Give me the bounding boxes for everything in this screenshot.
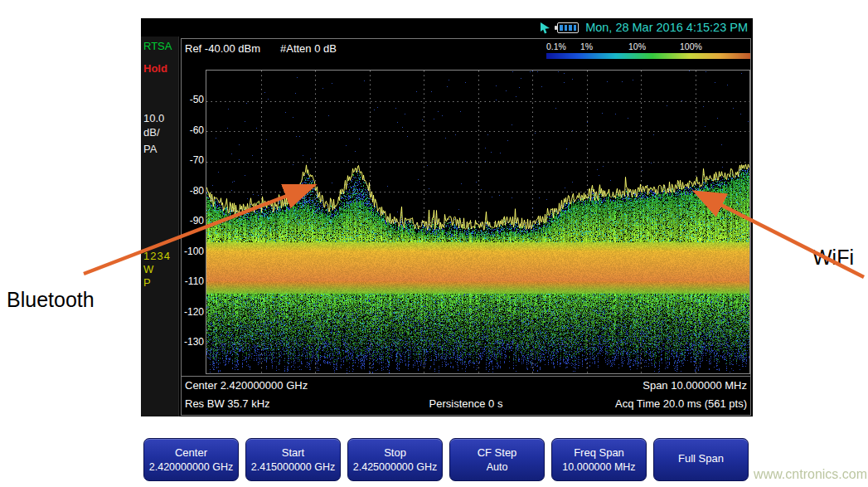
- page-root: Mon, 28 Mar 2016 4:15:23 PM RTSA Hold 10…: [0, 0, 868, 487]
- acq-time-annotation: Acq Time 20.0 ms (561 pts): [615, 397, 747, 410]
- battery-bar: [565, 25, 568, 31]
- watermark-text: www.cntronics.com: [715, 467, 867, 482]
- softkey-label: Full Span: [678, 453, 724, 465]
- amplitude-axis: -50 -60 -70 -80 -90 -100 -110 -120 -130: [182, 70, 204, 373]
- softkey-label: Start: [282, 447, 304, 459]
- mode-indicator: RTSA: [143, 40, 172, 52]
- status-bar: Mon, 28 Mar 2016 4:15:23 PM: [141, 18, 753, 37]
- datetime-text: Mon, 28 Mar 2016 4:15:23 PM: [585, 21, 748, 34]
- y-axis-label: -130: [182, 335, 204, 348]
- ref-level-annotation: Ref -40.00 dBm: [185, 42, 260, 55]
- detector-indicator: P: [143, 276, 151, 289]
- density-color-scale: [546, 53, 750, 59]
- y-axis-label: -60: [182, 124, 204, 137]
- y-axis-label: -70: [182, 153, 204, 167]
- battery-bar: [560, 25, 563, 31]
- trace-mode-indicator: W: [143, 263, 153, 275]
- softkey-label: CF Step: [478, 447, 517, 459]
- softkey-stop[interactable]: Stop 2.425000000 GHz: [347, 438, 443, 481]
- softkey-value: 2.415000000 GHz: [251, 461, 335, 473]
- softkey-freq-span[interactable]: Freq Span 10.000000 MHz: [551, 438, 647, 481]
- density-legend-label: 0.1%: [546, 41, 566, 51]
- softkey-value: 2.420000000 GHz: [149, 461, 233, 473]
- annotation-divider: [182, 376, 750, 377]
- softkey-value: 10.000000 MHz: [562, 461, 635, 473]
- softkey-label: Stop: [384, 447, 406, 459]
- bluetooth-callout-label: Bluetooth: [7, 288, 95, 312]
- softkey-label: Freq Span: [574, 447, 624, 459]
- softkey-value: 2.425000000 GHz: [353, 461, 437, 473]
- y-axis-label: -110: [182, 275, 204, 288]
- scale-value: 10.0: [143, 112, 164, 124]
- sweep-hold-indicator: Hold: [143, 62, 167, 75]
- density-legend-label: 10%: [628, 41, 646, 51]
- y-axis-label: -80: [182, 184, 204, 197]
- battery-bar: [574, 25, 577, 31]
- softkey-label: Center: [175, 447, 207, 459]
- spectrum-canvas: [206, 71, 749, 373]
- center-freq-annotation: Center 2.420000000 GHz: [185, 379, 308, 392]
- y-axis-label: -50: [182, 93, 204, 106]
- cursor-icon: [540, 22, 550, 34]
- y-axis-label: -90: [182, 214, 204, 227]
- battery-bar: [569, 25, 572, 31]
- trace-numbers: 1234: [143, 250, 171, 262]
- y-axis-label: -100: [182, 245, 204, 258]
- density-legend-label: 1%: [580, 41, 593, 51]
- y-axis-label: -120: [182, 305, 204, 319]
- battery-icon: [557, 22, 579, 33]
- preamp-indicator: PA: [143, 143, 157, 155]
- left-sidebar: RTSA Hold 10.0 dB/ PA 1234 W P: [141, 37, 179, 416]
- softkey-center[interactable]: Center 2.420000000 GHz: [143, 438, 239, 481]
- analyzer-screen: Mon, 28 Mar 2016 4:15:23 PM RTSA Hold 10…: [141, 18, 753, 416]
- span-annotation: Span 10.000000 MHz: [643, 379, 747, 392]
- softkey-start[interactable]: Start 2.415000000 GHz: [245, 438, 341, 481]
- softkey-value: Auto: [487, 461, 508, 473]
- softkey-cf-step[interactable]: CF Step Auto: [449, 438, 545, 481]
- measurement-display: Ref -40.00 dBm #Atten 0 dB 0.1% 1% 10% 1…: [181, 38, 751, 416]
- scale-unit: dB/: [143, 126, 160, 139]
- attenuation-annotation: #Atten 0 dB: [280, 42, 337, 55]
- wifi-callout-label: WiFi: [812, 246, 854, 270]
- density-legend-label: 100%: [680, 41, 702, 51]
- spectrum-graticule: [206, 70, 750, 374]
